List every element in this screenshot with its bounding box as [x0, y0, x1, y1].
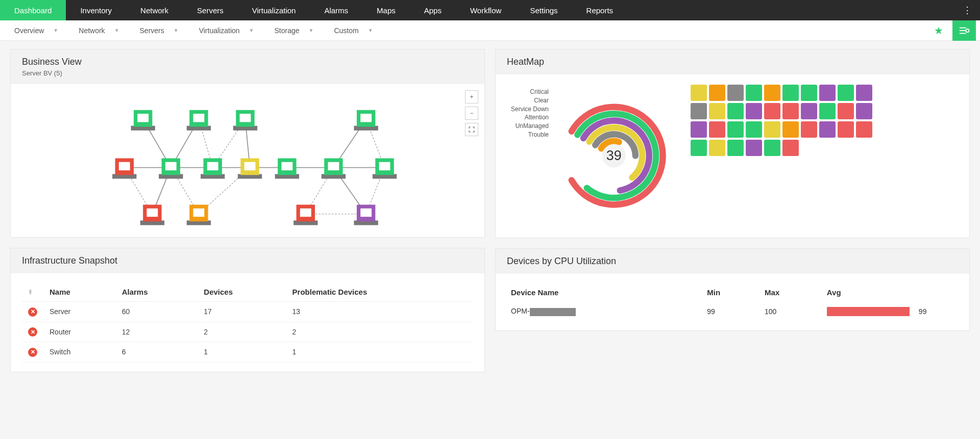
heatmap-cell[interactable]	[838, 121, 854, 138]
topology-node[interactable]	[140, 204, 164, 225]
table-row[interactable]: ✕Server601713	[22, 302, 473, 322]
heatmap-cell[interactable]	[856, 103, 872, 119]
topology-node[interactable]	[354, 204, 378, 225]
topology-node[interactable]	[201, 158, 225, 178]
topology-node[interactable]	[112, 158, 136, 178]
heatmap-cell[interactable]	[838, 103, 854, 119]
heatmap-cell[interactable]	[838, 85, 854, 101]
infra-col-status[interactable]: ▲▼	[22, 282, 43, 302]
heatmap-cell[interactable]	[727, 121, 744, 138]
cell-name: Server	[43, 302, 116, 322]
svg-rect-56	[328, 162, 339, 170]
subnav-overview[interactable]: Overview▼	[4, 20, 68, 40]
heatmap-cell[interactable]	[801, 121, 817, 138]
chevron-down-icon: ▼	[53, 28, 58, 33]
heatmap-cell[interactable]	[691, 140, 707, 156]
heatmap-cell[interactable]	[782, 85, 799, 101]
heatmap-cell[interactable]	[727, 103, 744, 119]
cpu-col-avg[interactable]: Avg	[823, 283, 915, 302]
kebab-menu-icon[interactable]: ⋮	[954, 0, 980, 20]
heatmap-cell[interactable]	[727, 85, 744, 101]
zoom-out-button[interactable]: −	[465, 107, 478, 120]
subnav-servers[interactable]: Servers▼	[130, 20, 189, 40]
topology-node[interactable]	[238, 158, 262, 178]
heatmap-cell[interactable]	[764, 103, 780, 119]
topology-node[interactable]	[131, 110, 155, 131]
business-view-subtitle: Server BV (5)	[22, 69, 473, 77]
cell-devices: 1	[198, 342, 286, 363]
heatmap-cell[interactable]	[782, 140, 799, 156]
infra-col-Name[interactable]: Name	[43, 282, 116, 302]
topnav-network[interactable]: Network	[126, 0, 183, 20]
topnav-dashboard[interactable]: Dashboard	[0, 0, 66, 20]
topology-node[interactable]	[159, 158, 183, 178]
topology-node[interactable]	[187, 110, 211, 131]
heatmap-cell[interactable]	[801, 85, 817, 101]
topology-node[interactable]	[373, 158, 397, 178]
heatmap-cell[interactable]	[764, 121, 780, 138]
topnav-reports[interactable]: Reports	[572, 0, 628, 20]
svg-rect-44	[165, 162, 177, 170]
table-row[interactable]: ✕Router1222	[22, 322, 473, 342]
add-widget-button[interactable]	[952, 20, 976, 41]
heatmap-donut[interactable]: 39	[553, 85, 670, 217]
heatmap-cell[interactable]	[709, 103, 725, 119]
heatmap-cell[interactable]	[764, 85, 780, 101]
table-row[interactable]: OPM-9910099	[507, 302, 958, 321]
topnav-settings[interactable]: Settings	[516, 0, 572, 20]
topnav-workflow[interactable]: Workflow	[456, 0, 516, 20]
svg-rect-0	[960, 27, 966, 28]
cpu-col-value[interactable]	[915, 283, 958, 302]
subnav-virtualization[interactable]: Virtualization▼	[189, 20, 264, 40]
cpu-col-device-name[interactable]: Device Name	[507, 283, 703, 302]
topology-canvas[interactable]	[22, 93, 473, 228]
topology-node[interactable]	[233, 110, 257, 131]
subnav-storage[interactable]: Storage▼	[264, 20, 324, 40]
topnav-apps[interactable]: Apps	[410, 0, 456, 20]
heatmap-cell[interactable]	[856, 85, 872, 101]
infrastructure-table: ▲▼NameAlarmsDevicesProblematic Devices ✕…	[22, 282, 473, 363]
topnav-maps[interactable]: Maps	[362, 0, 410, 20]
topology-node[interactable]	[275, 158, 299, 178]
infra-col-Problematic Devices[interactable]: Problematic Devices	[286, 282, 473, 302]
heatmap-cell[interactable]	[819, 85, 836, 101]
heatmap-cell[interactable]	[856, 121, 872, 138]
table-row[interactable]: ✕Switch611	[22, 342, 473, 363]
heatmap-cell[interactable]	[782, 103, 799, 119]
heatmap-cell[interactable]	[709, 121, 725, 138]
infra-col-Alarms[interactable]: Alarms	[116, 282, 198, 302]
heatmap-cell[interactable]	[764, 140, 780, 156]
topnav-alarms[interactable]: Alarms	[310, 0, 362, 20]
topology-node[interactable]	[322, 158, 346, 178]
topology-node[interactable]	[293, 204, 317, 225]
heatmap-cell[interactable]	[746, 121, 762, 138]
heatmap-cell[interactable]	[746, 85, 762, 101]
heatmap-cell[interactable]	[691, 103, 707, 119]
heatmap-cell[interactable]	[819, 121, 836, 138]
subnav-network[interactable]: Network▼	[68, 20, 129, 40]
heatmap-cell[interactable]	[709, 85, 725, 101]
heatmap-cell[interactable]	[746, 103, 762, 119]
fit-screen-button[interactable]	[465, 123, 478, 136]
subnav-custom[interactable]: Custom▼	[324, 20, 383, 40]
favorite-icon[interactable]: ★	[929, 24, 948, 37]
topnav-virtualization[interactable]: Virtualization	[238, 0, 310, 20]
heatmap-cell[interactable]	[709, 140, 725, 156]
heatmap-cell[interactable]	[691, 121, 707, 138]
heatmap-cell[interactable]	[782, 121, 799, 138]
legend-trouble: Trouble	[511, 131, 549, 139]
cpu-col-max[interactable]: Max	[761, 283, 823, 302]
heatmap-cell[interactable]	[746, 140, 762, 156]
topnav-servers[interactable]: Servers	[183, 0, 238, 20]
heatmap-cell[interactable]	[691, 85, 707, 101]
zoom-in-button[interactable]: +	[465, 90, 478, 104]
cpu-col-min[interactable]: Min	[703, 283, 761, 302]
topology-node[interactable]	[354, 110, 378, 131]
infra-col-Devices[interactable]: Devices	[198, 282, 286, 302]
chevron-down-icon: ▼	[309, 28, 314, 33]
topology-node[interactable]	[187, 204, 211, 225]
heatmap-cell[interactable]	[801, 103, 817, 119]
heatmap-cell[interactable]	[819, 103, 836, 119]
heatmap-cell[interactable]	[727, 140, 744, 156]
topnav-inventory[interactable]: Inventory	[66, 0, 126, 20]
